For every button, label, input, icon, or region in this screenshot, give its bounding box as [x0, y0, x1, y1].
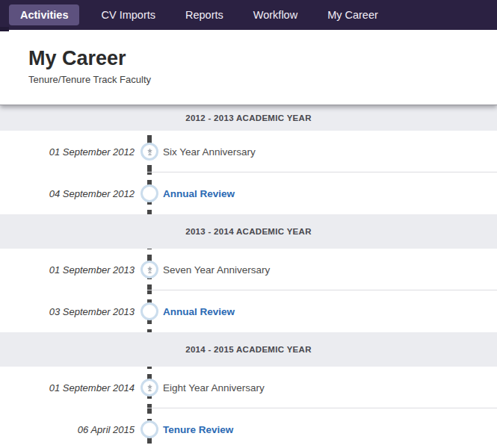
event-date: 01 September 2012: [0, 146, 135, 158]
event-link[interactable]: Annual Review: [163, 306, 235, 317]
trophy-icon: [146, 148, 154, 156]
timeline-event-row: 01 September 2013 Seven Year Anniversary: [0, 249, 497, 290]
academic-year-band: 2013 - 2014 ACADEMIC YEAR: [0, 214, 497, 249]
nav-item-cv-imports[interactable]: CV Imports: [86, 3, 170, 27]
event-date: 04 September 2012: [0, 188, 135, 199]
nav-item-my-career[interactable]: My Career: [312, 3, 393, 27]
nav-corner-decoration: [0, 27, 9, 31]
timeline-event-row: 04 September 2012 Annual Review: [0, 172, 497, 214]
academic-year-band: 2014 - 2015 ACADEMIC YEAR: [0, 332, 497, 367]
academic-year-label: 2013 - 2014 ACADEMIC YEAR: [185, 227, 312, 236]
page-header: My Career Tenure/Tenure Track Faculty: [0, 30, 497, 105]
timeline-event-row: 01 September 2012 Six Year Anniversary: [0, 131, 497, 172]
anniversary-marker: [141, 261, 158, 279]
anniversary-marker: [141, 143, 158, 161]
event-label: Seven Year Anniversary: [163, 264, 270, 276]
event-label: Six Year Anniversary: [163, 146, 256, 158]
event-date: 03 September 2013: [0, 306, 135, 317]
trophy-icon: [146, 384, 154, 392]
event-date: 06 April 2015: [0, 424, 135, 435]
page-title: My Career: [28, 46, 497, 70]
timeline-event-row: 01 September 2014 Eight Year Anniversary: [0, 367, 497, 408]
event-link[interactable]: Tenure Review: [163, 424, 233, 435]
event-date: 01 September 2014: [0, 382, 135, 393]
milestone-circle-icon: [141, 184, 158, 202]
timeline-event-row: 03 September 2013 Annual Review: [0, 290, 497, 332]
academic-year-label: 2014 - 2015 ACADEMIC YEAR: [185, 345, 312, 354]
academic-year-label: 2012 - 2013 ACADEMIC YEAR: [185, 113, 312, 122]
nav-item-reports[interactable]: Reports: [170, 3, 238, 27]
page-subtitle: Tenure/Tenure Track Faculty: [28, 74, 497, 85]
academic-year-band: 2012 - 2013 ACADEMIC YEAR: [0, 105, 497, 131]
milestone-circle-icon: [141, 420, 158, 438]
nav-item-workflow[interactable]: Workflow: [238, 3, 312, 27]
career-timeline: 2012 - 2013 ACADEMIC YEAR 01 September 2…: [0, 105, 497, 448]
trophy-icon: [146, 266, 154, 274]
top-nav: Activities CV Imports Reports Workflow M…: [0, 0, 497, 30]
timeline-event-row: 06 April 2015 Tenure Review: [0, 408, 497, 448]
event-label: Eight Year Anniversary: [163, 382, 265, 393]
event-link[interactable]: Annual Review: [163, 188, 235, 199]
nav-item-activities[interactable]: Activities: [9, 4, 79, 25]
anniversary-marker: [141, 379, 158, 396]
event-date: 01 September 2013: [0, 264, 135, 276]
milestone-circle-icon: [141, 302, 158, 320]
